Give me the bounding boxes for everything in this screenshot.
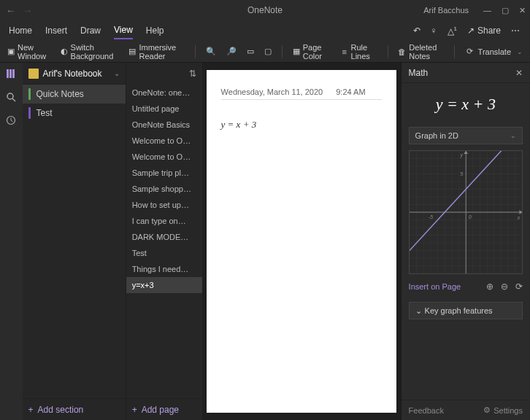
notebook-selector[interactable]: Arif's Notebook ⌄ [23, 63, 126, 85]
user-name[interactable]: Arif Bacchus [423, 6, 469, 15]
page-item[interactable]: DARK MODE… [126, 229, 202, 245]
page-item[interactable]: Sample trip pl… [126, 165, 202, 181]
page-item[interactable]: Welcome to O… [126, 149, 202, 165]
gear-icon: ⚙ [483, 405, 491, 415]
immersive-reader-button[interactable]: ▤Immersive Reader [128, 43, 185, 61]
recent-icon[interactable] [4, 114, 18, 127]
lightbulb-icon[interactable]: ♀ [431, 26, 437, 36]
menu-insert[interactable]: Insert [45, 23, 67, 39]
menu-draw[interactable]: Draw [80, 23, 101, 39]
translate-button[interactable]: ⟳Translate⌄ [465, 47, 523, 57]
page-date: Wednesday, March 11, 2020 [221, 88, 323, 96]
plus-icon: + [132, 405, 137, 415]
switch-background-button[interactable]: ◐Switch Background [61, 43, 119, 61]
svg-text:5: 5 [460, 171, 463, 176]
reset-icon[interactable]: ⟳ [515, 281, 523, 292]
forward-button[interactable]: → [21, 4, 34, 18]
zoom-in-icon[interactable]: 🔎 [226, 47, 237, 56]
new-window-button[interactable]: ▣New Window [7, 43, 50, 61]
page-color-button[interactable]: ▦Page Color [293, 43, 331, 61]
separator [388, 45, 388, 58]
page-width-icon[interactable]: ▭ [247, 47, 254, 56]
page-item[interactable]: OneNote Basics [126, 117, 202, 133]
page-item[interactable]: Welcome to O… [126, 133, 202, 149]
fit-page-icon[interactable]: ▢ [264, 47, 272, 56]
left-rail [0, 63, 23, 420]
notebook-icon [28, 69, 39, 79]
svg-marker-44 [464, 151, 468, 154]
svg-rect-0 [7, 69, 9, 78]
add-page-button[interactable]: + Add page [126, 398, 202, 420]
graph-dropdown[interactable]: Graph in 2D ⌄ [409, 127, 523, 144]
svg-text:-5: -5 [429, 214, 433, 219]
close-window-button[interactable]: ✕ [519, 6, 526, 15]
math-panel-title: Math [409, 68, 429, 78]
menu-home[interactable]: Home [9, 23, 32, 39]
section-item[interactable]: Test [23, 104, 126, 122]
menu-help[interactable]: Help [146, 23, 164, 39]
minimize-button[interactable]: — [483, 6, 491, 15]
page-item[interactable]: OneNote: one… [126, 85, 202, 101]
add-section-button[interactable]: + Add section [23, 398, 126, 420]
page-item[interactable]: Things I need… [126, 261, 202, 277]
svg-text:x: x [516, 215, 520, 220]
separator [454, 45, 455, 58]
menu-view[interactable]: View [114, 22, 133, 39]
chevron-down-icon: ⌄ [114, 69, 120, 77]
math-panel: Math ✕ y = x + 3 Graph in 2D ⌄ -505yx In… [401, 63, 530, 420]
zoom-out-icon[interactable]: ⊖ [501, 281, 508, 292]
svg-text:0: 0 [469, 214, 472, 219]
zoom-in-icon[interactable]: ⊕ [486, 281, 493, 292]
page-date-row: Wednesday, March 11, 2020 9:24 AM [221, 88, 382, 100]
deleted-notes-button[interactable]: 🗑Deleted Notes [398, 43, 444, 61]
section-label: Test [37, 108, 53, 118]
page-item[interactable]: How to set up… [126, 197, 202, 213]
app-title: OneNote [247, 5, 283, 15]
page-canvas: Wednesday, March 11, 2020 9:24 AM y = x … [202, 63, 401, 420]
page-item[interactable]: y=x+3 [126, 277, 202, 293]
insert-on-page-button[interactable]: Insert on Page [409, 282, 461, 291]
section-sidebar: Arif's Notebook ⌄ Quick NotesTest + Add … [23, 63, 126, 420]
zoom-out-icon[interactable]: 🔍 [206, 47, 216, 56]
chevron-down-icon: ⌄ [510, 132, 516, 139]
page-paper[interactable]: Wednesday, March 11, 2020 9:24 AM y = x … [207, 70, 396, 413]
page-item[interactable]: Untitled page [126, 101, 202, 117]
close-icon[interactable]: ✕ [515, 68, 523, 78]
back-button[interactable]: ← [4, 4, 17, 18]
undo-icon[interactable]: ↶ [413, 26, 420, 36]
svg-rect-2 [12, 69, 15, 78]
svg-rect-1 [9, 69, 12, 78]
graph-2d[interactable]: -505yx [409, 150, 523, 274]
svg-text:y: y [459, 152, 463, 158]
page-list: ⇅ OneNote: one…Untitled pageOneNote Basi… [126, 63, 202, 420]
math-equation: y = x + 3 [402, 83, 530, 127]
svg-line-4 [12, 98, 15, 101]
page-item[interactable]: Sample shopp… [126, 181, 202, 197]
menu-bar: Home Insert Draw View Help ↶ ♀ △1 ↗ Shar… [0, 20, 530, 41]
page-item[interactable]: Test [126, 245, 202, 261]
settings-button[interactable]: ⚙ Settings [483, 405, 523, 415]
rule-lines-button[interactable]: ≡Rule Lines [341, 43, 377, 61]
svg-point-3 [7, 93, 13, 99]
sort-icon[interactable]: ⇅ [189, 69, 196, 79]
notebooks-icon[interactable] [4, 67, 18, 80]
page-time: 9:24 AM [336, 88, 365, 96]
maximize-button[interactable]: ▢ [502, 6, 509, 15]
section-label: Quick Notes [37, 89, 84, 99]
svg-line-7 [11, 120, 13, 122]
page-item[interactable]: I can type on… [126, 213, 202, 229]
share-button[interactable]: ↗ Share [467, 26, 501, 36]
view-toolbar: ▣New Window ◐Switch Background ▤Immersiv… [0, 41, 530, 63]
page-equation[interactable]: y = x + 3 [221, 119, 382, 131]
section-item[interactable]: Quick Notes [23, 85, 126, 104]
notebook-name: Arif's Notebook [43, 69, 102, 79]
more-icon[interactable]: ⋯ [511, 26, 521, 36]
key-graph-features-button[interactable]: ⌄ Key graph features [409, 302, 523, 319]
search-icon[interactable] [4, 90, 18, 104]
feedback-link[interactable]: Feedback [409, 406, 444, 415]
section-color-bar [28, 107, 31, 119]
separator [282, 45, 283, 58]
bell-icon[interactable]: △1 [448, 26, 457, 36]
chevron-down-icon: ⌄ [415, 306, 422, 316]
plus-icon: + [28, 405, 34, 415]
